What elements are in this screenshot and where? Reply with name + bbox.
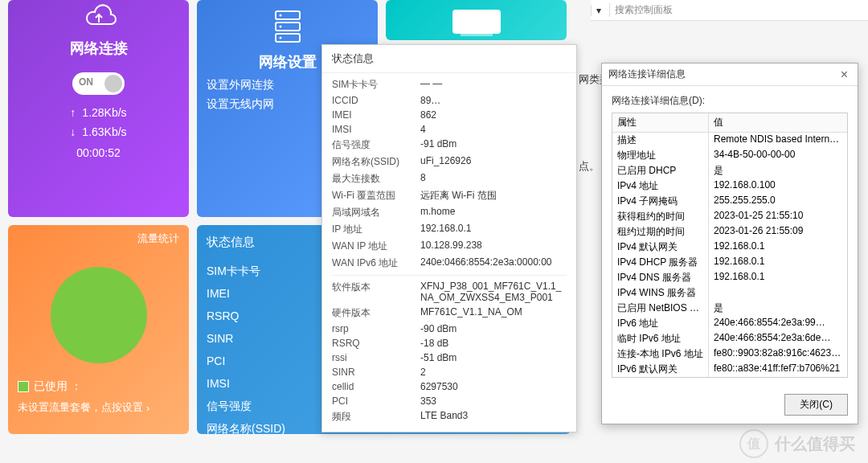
tooltip-label: ICCID — [332, 95, 420, 106]
flow-message: 未设置流量套餐，点按设置 — [18, 400, 143, 415]
close-button[interactable]: 关闭(C) — [784, 394, 848, 416]
properties-listview[interactable]: 属性 值 描述Remote NDIS based Internet Sharin… — [612, 113, 848, 378]
tooltip-label: Wi-Fi 覆盖范围 — [332, 189, 420, 203]
tooltip-label: cellid — [332, 381, 420, 392]
tooltip-title: 状态信息 — [322, 45, 576, 73]
router-icon — [452, 10, 501, 34]
tooltip-row: ICCID89… — [332, 93, 567, 108]
tooltip-value: 89… — [420, 95, 567, 106]
watermark-icon: 值 — [739, 429, 768, 458]
property-row[interactable]: IPv6 默认网关fe80::a83e:41ff:fef7:b706%21 — [612, 362, 847, 377]
property-row[interactable]: IPv4 地址192.168.0.100 — [612, 178, 847, 194]
tooltip-value: m.home — [420, 206, 567, 219]
tooltip-label: 局域网域名 — [332, 206, 420, 219]
property-value: 240e:466:8554:2e3a:99… — [709, 316, 847, 331]
svg-point-5 — [279, 37, 281, 39]
flow-message-link[interactable]: 未设置流量套餐，点按设置 › — [18, 400, 179, 415]
property-row[interactable]: 物理地址34-4B-50-00-00-00 — [612, 148, 847, 163]
property-value: 2023-01-25 21:55:10 — [709, 209, 847, 224]
watermark: 值 什么值得买 — [739, 429, 855, 458]
property-value: fe80::1%21 — [709, 377, 847, 378]
property-row[interactable]: IPv6 DNS 服务器fe80::1%21 — [612, 377, 847, 378]
property-name: IPv4 子网掩码 — [612, 194, 709, 209]
dialog-titlebar[interactable]: 网络连接详细信息 × — [602, 64, 858, 86]
property-row[interactable]: IPv6 地址240e:466:8554:2e3a:99… — [612, 316, 847, 331]
tooltip-label: 网络名称(SSID) — [332, 155, 420, 169]
property-value — [709, 285, 847, 301]
flow-card: 流量统计 已使用 ： 未设置流量套餐，点按设置 › — [8, 225, 189, 434]
cloud-icon — [75, 0, 123, 32]
tooltip-row: 硬件版本MF761C_V1.1_NA_OM — [332, 305, 567, 322]
tooltip-row: 信号强度-91 dBm — [332, 137, 567, 154]
tooltip-value: 240e:0466:8554:2e3a:0000:00 — [420, 256, 567, 270]
watermark-text: 什么值得买 — [775, 433, 855, 455]
property-name: 已启用 DHCP — [612, 163, 709, 178]
tooltip-label: 软件版本 — [332, 281, 420, 303]
dialog-title: 网络连接详细信息 — [608, 68, 686, 81]
dialog-label: 网络连接详细信息(D): — [612, 94, 848, 108]
property-value: 是 — [709, 163, 847, 178]
search-input[interactable]: 搜索控制面板 — [609, 3, 868, 17]
property-row[interactable]: 临时 IPv6 地址240e:466:8554:2e3a:6de… — [612, 331, 847, 346]
tooltip-value: -91 dBm — [420, 138, 567, 152]
tooltip-label: PCI — [332, 395, 420, 407]
tooltip-value: uFi_126926 — [420, 155, 567, 169]
download-speed-row: ↓ 1.63Kb/s — [70, 125, 126, 138]
property-row[interactable]: 租约过期的时间2023-01-26 21:55:09 — [612, 224, 847, 240]
close-icon[interactable]: × — [837, 68, 851, 82]
tooltip-value: 862 — [420, 109, 567, 121]
tooltip-row: IMEI862 — [332, 108, 567, 122]
tooltip-row: rssi-51 dBm — [332, 350, 567, 365]
property-row[interactable]: IPv4 子网掩码255.255.255.0 — [612, 194, 847, 209]
property-name: 描述 — [612, 133, 709, 148]
svg-point-3 — [279, 14, 281, 17]
column-header[interactable]: 值 — [709, 113, 847, 132]
property-row[interactable]: IPv4 DHCP 服务器192.168.0.1 — [612, 255, 847, 270]
property-row[interactable]: 描述Remote NDIS based Internet Sharing — [612, 133, 847, 148]
property-row[interactable]: IPv4 DNS 服务器192.168.0.1 — [612, 270, 847, 285]
column-header[interactable]: 属性 — [612, 113, 709, 132]
tooltip-body: SIM卡卡号— —ICCID89…IMEI862IMSI4信号强度-91 dBm… — [322, 73, 576, 432]
toggle-knob — [104, 75, 122, 92]
arrow-down-icon: ↓ — [70, 125, 76, 138]
tooltip-value: 远距离 Wi-Fi 范围 — [420, 189, 567, 203]
tooltip-value: MF761C_V1.1_NA_OM — [420, 306, 567, 320]
tooltip-row: 软件版本XFNJ_P38_001_MF761C_V1.1_NA_OM_ZWXSS… — [332, 279, 567, 305]
used-label: 已使用 ： — [34, 379, 82, 394]
flow-title: 流量统计 — [137, 232, 179, 246]
property-name: IPv4 DNS 服务器 — [612, 270, 709, 285]
property-value: Remote NDIS based Internet Sharing — [709, 133, 847, 148]
tooltip-label: WAN IPv6 地址 — [332, 256, 420, 270]
status-tooltip: 状态信息 SIM卡卡号— —ICCID89…IMEI862IMSI4信号强度-9… — [321, 44, 577, 432]
dropdown-button[interactable]: ▾ — [591, 5, 606, 16]
tooltip-row: 局域网域名m.home — [332, 204, 567, 221]
tooltip-label: SIM卡卡号 — [332, 78, 420, 92]
toggle-label: ON — [79, 76, 93, 88]
device-card — [386, 0, 567, 40]
tooltip-row: Wi-Fi 覆盖范围远距离 Wi-Fi 范围 — [332, 187, 567, 204]
tooltip-label: rsrp — [332, 323, 420, 334]
property-row[interactable]: IPv4 WINS 服务器 — [612, 285, 847, 301]
property-row[interactable]: IPv4 默认网关192.168.0.1 — [612, 240, 847, 255]
tooltip-row: WAN IP 地址10.128.99.238 — [332, 238, 567, 255]
property-name: 物理地址 — [612, 148, 709, 163]
property-row[interactable]: 已启用 DHCP是 — [612, 163, 847, 178]
property-row[interactable]: 已启用 NetBIOS over Tc…是 — [612, 301, 847, 316]
tooltip-label: IMSI — [332, 124, 420, 135]
connection-timer: 00:00:52 — [76, 146, 121, 159]
network-toggle[interactable]: ON — [72, 72, 125, 95]
property-name: IPv4 WINS 服务器 — [612, 285, 709, 301]
chevron-right-icon: › — [146, 402, 149, 414]
tooltip-value: -51 dBm — [420, 352, 567, 363]
upload-speed-row: ↑ 1.28Kb/s — [70, 106, 126, 119]
property-value: 34-4B-50-00-00-00 — [709, 148, 847, 163]
property-row[interactable]: 获得租约的时间2023-01-25 21:55:10 — [612, 209, 847, 224]
property-row[interactable]: 连接-本地 IPv6 地址fe80::9903:82a8:916c:4623%2… — [612, 346, 847, 362]
property-name: IPv6 地址 — [612, 316, 709, 331]
tooltip-row: rsrp-90 dBm — [332, 322, 567, 336]
tooltip-value: 192.168.0.1 — [420, 223, 567, 236]
tooltip-row: SINR2 — [332, 365, 567, 379]
property-name: IPv4 地址 — [612, 178, 709, 194]
property-name: 已启用 NetBIOS over Tc… — [612, 301, 709, 316]
tooltip-label: 最大连接数 — [332, 172, 420, 186]
